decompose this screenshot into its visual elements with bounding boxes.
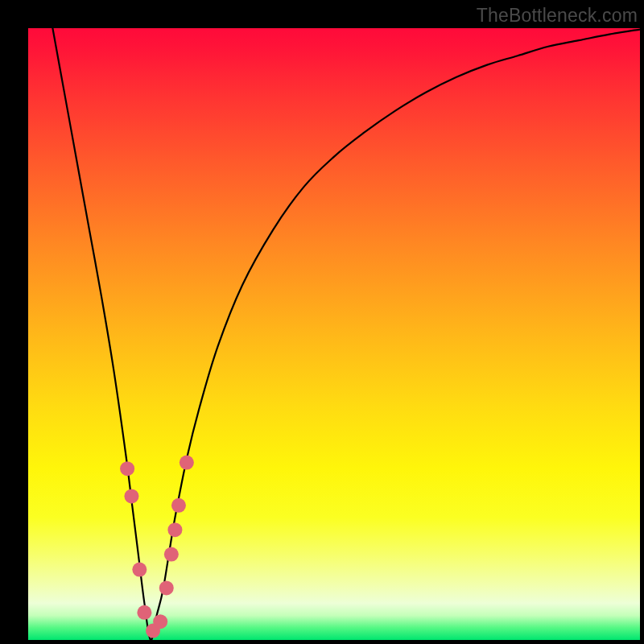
chart-frame: TheBottleneck.com [0, 0, 644, 644]
watermark-text: TheBottleneck.com [477, 5, 638, 27]
marker-dot [171, 498, 186, 513]
curve-layer [28, 28, 640, 640]
marker-dot [159, 580, 174, 595]
marker-dot [180, 456, 194, 470]
marker-dot [153, 614, 167, 629]
marker-dot [137, 605, 151, 620]
marker-dot [120, 461, 134, 476]
marker-dot [164, 547, 179, 562]
marker-dot [167, 522, 182, 537]
marker-dot [124, 489, 138, 503]
plot-area [28, 28, 640, 640]
marker-dot [132, 563, 147, 577]
bottleneck-curve [52, 28, 640, 640]
highlight-markers [120, 456, 194, 638]
